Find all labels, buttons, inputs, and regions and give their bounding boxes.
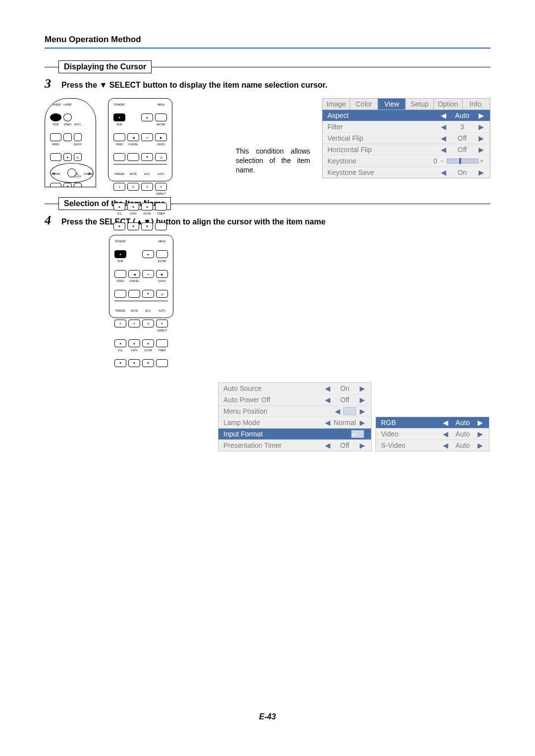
remote-big: STANDBY MENU ● ▲ RGB ENTER ◀ ↵ ▶ VIDEO C… xyxy=(108,98,172,181)
step-number-4: 4 xyxy=(45,214,57,227)
right-arrow-icon[interactable]: ▶ xyxy=(358,419,366,427)
left-arrow-icon[interactable]: ◀ xyxy=(323,441,331,449)
osd-row-aspect[interactable]: Aspect ◀ Auto ▶ xyxy=(322,110,490,121)
osd-rows: Aspect ◀ Auto ▶ Filter ◀ 3 ▶ Vertical Fl… xyxy=(322,110,490,178)
label: MENU xyxy=(50,143,61,151)
label: VIDEO xyxy=(114,280,126,288)
step4-remote-wrap: STANDBY MENU ● ▲ RGB ENTER ◀ ↵ ▶ VIDEO C… xyxy=(109,235,490,318)
right-arrow-icon[interactable]: ▶ xyxy=(358,396,366,404)
label: VOL xyxy=(113,213,125,220)
row-lamp-mode[interactable]: Lamp Mode ◀ Normal ▶ xyxy=(218,417,371,428)
left-arrow-icon[interactable]: ◀ xyxy=(439,134,447,142)
tab-setup[interactable]: Setup xyxy=(406,99,433,109)
step3-pre: Press the xyxy=(61,81,99,89)
right-arrow-icon[interactable]: ▶ xyxy=(476,441,484,449)
label: KSTN xyxy=(127,213,139,220)
row-auto-source[interactable]: Auto Source ◀ On ▶ xyxy=(218,383,371,394)
row-video[interactable]: Video ◀ Auto ▶ xyxy=(376,428,489,439)
osd-item-label: Keystone Save xyxy=(327,168,439,176)
zoom-down-button: ▼ xyxy=(141,222,153,230)
left-arrow-icon[interactable]: ◀ xyxy=(439,146,447,154)
osd-item-label: Vertical Flip xyxy=(327,134,439,142)
label: ECO xyxy=(141,173,153,181)
right-arrow-icon[interactable]: ▶ xyxy=(476,419,484,427)
tab-image[interactable]: Image xyxy=(322,99,350,109)
label: R-CLICK xyxy=(74,173,82,181)
osd-setup-panels: Auto Source ◀ On ▶ Auto Power Off ◀ Off … xyxy=(218,382,490,451)
tab-color[interactable]: Color xyxy=(350,99,378,109)
standby-button: ● xyxy=(113,113,125,121)
label: STANDBY xyxy=(114,240,126,248)
row-input-format[interactable]: Input Format ↵ xyxy=(218,428,371,439)
label: LASER xyxy=(63,104,71,111)
right-arrow-icon[interactable]: ▶ xyxy=(477,111,485,119)
label: AUTO xyxy=(156,310,168,318)
right-arrow-icon[interactable]: ▶ xyxy=(477,168,485,176)
osd-row-keystonesave[interactable]: Keystone Save ◀ On ▶ xyxy=(322,166,490,178)
left-arrow-icon[interactable]: ◀ xyxy=(441,441,449,449)
osd-item-label: S-Video xyxy=(381,441,441,449)
tab-option[interactable]: Option xyxy=(434,99,463,109)
left-arrow-icon[interactable]: ◀ xyxy=(323,384,331,392)
row-menu-position[interactable]: Menu Position ◀ ▶ xyxy=(218,405,371,417)
osd-row-filter[interactable]: Filter ◀ 3 ▶ xyxy=(322,121,490,132)
zoom-down-button: ▼ xyxy=(142,359,154,367)
right-arrow-icon[interactable]: ▶ xyxy=(476,430,484,438)
vol-down-button: ▼ xyxy=(113,222,125,230)
left-arrow-icon[interactable]: ◀ xyxy=(439,111,447,119)
enter-button: ↵ xyxy=(142,270,154,278)
label: QUICK xyxy=(74,143,82,151)
step-number-3: 3 xyxy=(45,77,57,90)
osd-item-label: Aspect xyxy=(327,111,439,119)
header-rule xyxy=(45,48,490,49)
osd-row-hflip[interactable]: Horizontal Flip ◀ Off ▶ xyxy=(322,144,490,155)
remote-big2-grid: STANDBY MENU ● ▲ RGB ENTER ◀ ↵ ▶ VIDEO C… xyxy=(112,238,170,369)
osd-row-vflip[interactable]: Vertical Flip ◀ Off ▶ xyxy=(322,132,490,144)
label: RGB xyxy=(113,123,125,131)
remote-big-grid: STANDBY MENU ● ▲ RGB ENTER ◀ ↵ ▶ VIDEO C… xyxy=(111,102,169,232)
left-arrow-icon[interactable]: ◀ xyxy=(441,419,449,427)
right-arrow-icon[interactable]: ▶ xyxy=(477,134,485,142)
left-arrow-icon[interactable]: ◀ xyxy=(333,407,341,415)
row-rgb[interactable]: RGB ◀ Auto ▶ xyxy=(376,417,489,428)
down-button: ▼ xyxy=(63,183,71,187)
osd-item-value: Auto xyxy=(449,441,476,449)
right-arrow-icon[interactable]: ▶ xyxy=(358,441,366,449)
right-arrow-icon[interactable]: ▶ xyxy=(358,384,366,392)
slider-bar xyxy=(447,159,479,163)
subsection-rule: Displaying the Cursor xyxy=(45,60,490,73)
page-number: E-43 xyxy=(0,712,535,721)
right-button: ▶ xyxy=(155,133,167,141)
osd-row-keystone[interactable]: Keystone 0 − + xyxy=(322,155,490,166)
timer-button xyxy=(155,222,167,230)
left-arrow-icon[interactable]: ◀ xyxy=(439,123,447,131)
tab-info[interactable]: Info. xyxy=(463,99,490,109)
left-arrow-icon[interactable]: ◀ xyxy=(439,168,447,176)
menu-position-icon xyxy=(343,407,356,415)
row-auto-poweroff[interactable]: Auto Power Off ◀ Off ▶ xyxy=(218,394,371,405)
label: STANDBY xyxy=(113,104,125,111)
right-arrow-icon[interactable]: ▶ xyxy=(477,146,485,154)
osd-item-value: 0 xyxy=(430,157,440,165)
keystone-slider[interactable]: − + xyxy=(440,159,485,163)
osd-item-label: Presentation Timer xyxy=(223,441,323,449)
osd-item-value: On xyxy=(447,168,477,176)
rgb-button xyxy=(114,270,126,278)
osd-item-value: Off xyxy=(447,146,477,154)
cancel-button xyxy=(127,153,139,161)
row-svideo[interactable]: S-Video ◀ Auto ▶ xyxy=(376,439,489,451)
left-arrow-icon[interactable]: ◀ xyxy=(441,430,449,438)
step3-caption: This condition allows selection of the i… xyxy=(236,147,310,175)
tab-view[interactable]: View xyxy=(378,99,406,109)
osd-input-format-sub: RGB ◀ Auto ▶ Video ◀ Auto ▶ S-Video ◀ Au… xyxy=(375,417,489,451)
left-arrow-icon[interactable]: ◀ xyxy=(323,396,331,404)
left-arrow-icon[interactable]: ◀ xyxy=(323,419,331,427)
label: MUTE xyxy=(128,310,140,318)
zoom-up-button: ▲ xyxy=(141,203,153,211)
right-arrow-icon[interactable]: ▶ xyxy=(358,407,366,415)
right-arrow-icon[interactable]: ▶ xyxy=(477,123,485,131)
row-presentation-timer[interactable]: Presentation Timer ◀ Off ▶ xyxy=(218,439,371,451)
num4-button: 4 xyxy=(156,320,168,327)
num4-button: 4 xyxy=(155,183,167,191)
step-4-text: Press the SELECT () button to align the … xyxy=(61,217,325,226)
